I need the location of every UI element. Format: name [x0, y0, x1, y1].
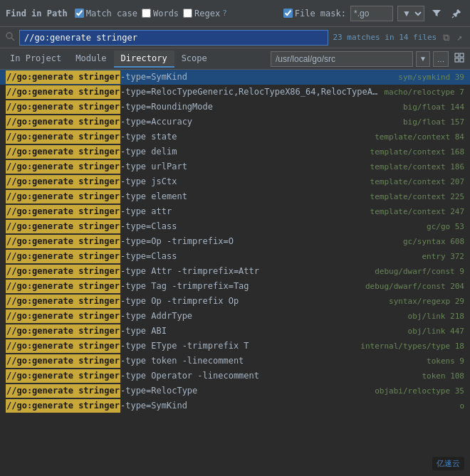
dir-path-wrap: ▼ …	[271, 51, 467, 67]
dir-dropdown-button[interactable]: ▼	[416, 51, 430, 67]
dir-browse-button[interactable]: …	[433, 51, 449, 67]
result-suffix: -type Attr -trimprefix=Attr	[120, 265, 369, 278]
filemask-input[interactable]	[283, 9, 293, 18]
result-suffix: -type=RelocTypeGeneric,RelocTypeX86_64,R…	[120, 85, 378, 99]
filemask-value[interactable]	[350, 6, 393, 21]
search-bar-actions: ⧉ ↗	[441, 31, 464, 44]
result-row[interactable]: //go:generate stringer -type=Classentry …	[0, 249, 470, 264]
result-highlight: //go:generate stringer	[6, 100, 120, 114]
result-path: syntax/regexp 29	[383, 295, 464, 308]
result-row[interactable]: //go:generate stringer -type=RelocTypeGe…	[0, 85, 470, 100]
result-row[interactable]: //go:generate stringer -type Tag -trimpr…	[0, 279, 470, 294]
result-row[interactable]: //go:generate stringer -type=Classgc/go …	[0, 219, 470, 234]
result-row[interactable]: //go:generate stringer -type attrtemplat…	[0, 204, 470, 219]
result-highlight: //go:generate stringer	[6, 190, 120, 203]
words-checkbox[interactable]: Words	[142, 9, 179, 18]
result-path: internal/types/type 18	[355, 339, 464, 353]
words-input[interactable]	[142, 9, 151, 18]
search-bar: //go:generate stringer 23 matches in 14 …	[0, 27, 470, 48]
search-icon	[6, 32, 15, 43]
words-label: Words	[153, 9, 179, 18]
result-path: debug/dwarf/const 204	[360, 280, 464, 293]
result-row[interactable]: //go:generate stringer -type=RelocTypeob…	[0, 384, 470, 398]
result-row[interactable]: //go:generate stringer -type Op -trimpre…	[0, 294, 470, 309]
filemask-checkbox[interactable]: File mask:	[283, 9, 346, 18]
result-path: template/context 225	[365, 190, 464, 203]
tab-module[interactable]: Module	[68, 51, 113, 68]
result-highlight: //go:generate stringer	[6, 175, 120, 189]
filter-button[interactable]	[429, 7, 444, 20]
result-row[interactable]: //go:generate stringer -type=Op -trimpre…	[0, 234, 470, 249]
result-path: entry 372	[416, 250, 464, 263]
result-path: template/context 247	[365, 205, 464, 218]
search-query-display[interactable]: //go:generate stringer	[19, 30, 328, 46]
toolbar-title: Find in Path	[6, 9, 68, 18]
regex-input[interactable]	[183, 9, 192, 18]
result-suffix: -type ABI	[120, 324, 402, 338]
result-row[interactable]: //go:generate stringer -type token -line…	[0, 354, 470, 369]
result-path: template/context 207	[365, 175, 464, 189]
search-query-text: //go:generate stringer	[24, 33, 137, 43]
result-suffix: -type=Class	[120, 250, 416, 263]
result-path: o	[454, 399, 464, 413]
tab-directory[interactable]: Directory	[114, 51, 174, 68]
result-suffix: -type Op -trimprefix Op	[120, 295, 383, 308]
result-path: gc/go 53	[421, 220, 464, 233]
result-row[interactable]: //go:generate stringer -type=RoundingMod…	[0, 100, 470, 115]
result-highlight: //go:generate stringer	[6, 265, 120, 278]
result-highlight: //go:generate stringer	[6, 220, 120, 233]
tab-scope[interactable]: Scope	[174, 51, 214, 68]
pin-icon	[451, 9, 461, 18]
watermark: 亿速云	[432, 457, 464, 470]
regex-checkbox[interactable]: Regex ?	[183, 9, 227, 18]
tab-in-project[interactable]: In Project	[3, 51, 68, 68]
regex-help-icon[interactable]: ?	[222, 9, 227, 18]
results-area[interactable]: //go:generate stringer -type=SymKindsym/…	[0, 70, 470, 476]
result-path: template/context 168	[365, 145, 464, 159]
svg-rect-4	[460, 53, 464, 57]
result-highlight: //go:generate stringer	[6, 130, 120, 144]
filemask-dropdown[interactable]: ▼	[397, 6, 424, 21]
result-row[interactable]: //go:generate stringer -type EType -trim…	[0, 339, 470, 354]
match-case-label: Match case	[86, 9, 137, 18]
result-highlight: //go:generate stringer	[6, 205, 120, 218]
result-row[interactable]: //go:generate stringer -type elementtemp…	[0, 189, 470, 204]
result-path: tokens 9	[421, 354, 464, 368]
open-icon[interactable]: ↗	[454, 31, 464, 44]
copy-icon[interactable]: ⧉	[441, 31, 451, 44]
result-row[interactable]: //go:generate stringer -type statetempla…	[0, 129, 470, 144]
result-row[interactable]: //go:generate stringer -type jsCtxtempla…	[0, 174, 470, 189]
filter-icon	[432, 9, 442, 18]
pin-button[interactable]	[449, 7, 464, 20]
result-path: objabi/reloctype 35	[369, 384, 464, 398]
result-path: token 108	[416, 369, 464, 383]
result-suffix: -type=Op -trimprefix=O	[120, 235, 397, 248]
result-highlight: //go:generate stringer	[6, 235, 120, 248]
result-suffix: -type=Accuracy	[120, 115, 397, 129]
result-row[interactable]: //go:generate stringer -type=SymKindsym/…	[0, 70, 470, 85]
result-suffix: -type jsCtx	[120, 175, 365, 189]
match-count: 23 matches in 14 files	[333, 33, 437, 42]
match-case-checkbox[interactable]: Match case	[75, 9, 137, 18]
result-row[interactable]: //go:generate stringer -type AddrTypeobj…	[0, 309, 470, 324]
result-row[interactable]: //go:generate stringer -type Operator -l…	[0, 369, 470, 384]
result-row[interactable]: //go:generate stringer -type=Accuracybig…	[0, 115, 470, 129]
result-path: macho/reloctype 7	[378, 85, 464, 99]
result-highlight: //go:generate stringer	[6, 295, 120, 308]
match-case-input[interactable]	[75, 9, 84, 18]
result-row[interactable]: //go:generate stringer -type ABIobj/link…	[0, 324, 470, 339]
result-suffix: -type delim	[120, 145, 365, 159]
result-row[interactable]: //go:generate stringer -type urlParttemp…	[0, 159, 470, 174]
toolbar: Find in Path Match case Words Regex ? Fi…	[0, 0, 470, 27]
result-row[interactable]: //go:generate stringer -type Attr -trimp…	[0, 264, 470, 279]
result-highlight: //go:generate stringer	[6, 354, 120, 368]
result-row[interactable]: //go:generate stringer -type delimtempla…	[0, 144, 470, 159]
result-highlight: //go:generate stringer	[6, 85, 120, 99]
result-suffix: -type element	[120, 190, 365, 203]
result-path: template/context 186	[365, 160, 464, 174]
dir-path-input[interactable]	[271, 51, 413, 67]
result-highlight: //go:generate stringer	[6, 324, 120, 338]
result-highlight: //go:generate stringer	[6, 280, 120, 293]
group-by-button[interactable]	[451, 52, 467, 65]
result-row[interactable]: //go:generate stringer -type=SymKindo	[0, 398, 470, 413]
